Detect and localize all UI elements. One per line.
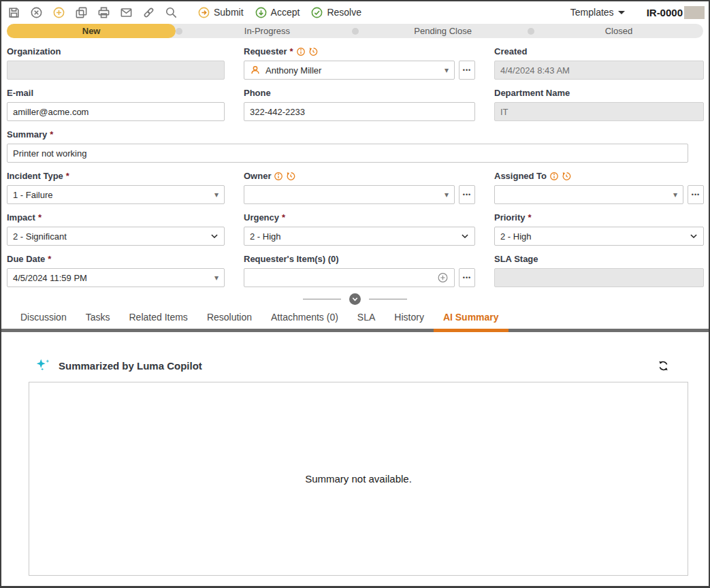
dropdown-arrow-icon[interactable] (673, 191, 677, 199)
tab-history[interactable]: History (385, 312, 434, 329)
record-id: IR-0000 (647, 7, 683, 18)
phone-label: Phone (244, 88, 475, 98)
incident-type-field[interactable]: 1 - Failure (7, 185, 225, 204)
accept-button[interactable]: Accept (255, 6, 300, 19)
resolve-button[interactable]: Resolve (310, 6, 361, 19)
priority-select[interactable]: 2 - High (494, 227, 704, 246)
search-button[interactable] (164, 5, 178, 19)
divider-line (303, 299, 341, 299)
info-icon[interactable] (296, 47, 306, 56)
cancel-icon (30, 6, 43, 19)
email-field[interactable]: amiller@acme.com (7, 102, 225, 121)
field-history-icon[interactable] (308, 47, 318, 56)
templates-dropdown[interactable]: Templates (566, 6, 629, 18)
refresh-icon (657, 359, 670, 372)
impact-value: 2 - Significant (13, 231, 67, 242)
accept-label: Accept (271, 7, 300, 18)
copy-icon (75, 6, 88, 19)
requester-value: Anthony Miller (265, 65, 321, 76)
dropdown-arrow-icon[interactable] (445, 66, 449, 74)
impact-select[interactable]: 2 - Significant (7, 227, 225, 246)
add-button[interactable] (52, 5, 65, 19)
dropdown-arrow-icon[interactable] (214, 274, 219, 282)
email-label: E-mail (7, 88, 225, 98)
ai-summary-header: Summarized by Luma Copilot (1, 358, 709, 373)
created-label: Created (494, 46, 704, 56)
record-id-redaction (684, 6, 705, 19)
save-button[interactable] (7, 5, 20, 19)
tab-attachments[interactable]: Attachments (0) (261, 312, 348, 329)
incident-type-value: 1 - Failure (13, 190, 53, 200)
department-field: IT (494, 102, 704, 121)
stage-separator-dot (352, 28, 359, 35)
tab-ai-summary[interactable]: AI Summary (434, 312, 509, 329)
status-stage-in-progress[interactable]: In-Progress (182, 24, 351, 38)
info-icon[interactable] (274, 172, 283, 181)
add-item-icon[interactable] (437, 272, 449, 284)
toolbar-right: Templates IR-0000 (566, 6, 705, 19)
templates-label: Templates (570, 7, 614, 18)
collapse-chevron-icon[interactable] (349, 293, 361, 305)
detail-tabs: Discussion Tasks Related Items Resolutio… (11, 312, 709, 329)
copy-button[interactable] (74, 5, 88, 19)
due-date-field[interactable]: 4/5/2024 11:59 PM (7, 268, 225, 287)
email-icon (120, 6, 133, 19)
priority-value: 2 - High (500, 231, 532, 242)
dropdown-arrow-icon[interactable] (214, 191, 219, 199)
cancel-button[interactable] (29, 5, 43, 19)
incident-form: Organization Requester* Anthony Miller (1, 46, 709, 287)
due-date-value: 4/5/2024 11:59 PM (13, 273, 87, 283)
status-stage-pending-close[interactable]: Pending Close (359, 24, 528, 38)
status-stage-closed[interactable]: Closed (534, 24, 703, 38)
tabs-underline-bar (1, 329, 709, 332)
divider-line (369, 299, 407, 299)
dropdown-arrow-icon[interactable] (445, 191, 449, 199)
assigned-to-field[interactable] (494, 185, 683, 204)
organization-label: Organization (7, 46, 225, 56)
priority-label: Priority* (494, 212, 704, 223)
requesters-items-field[interactable] (244, 268, 455, 287)
submit-label: Submit (214, 7, 244, 18)
form-collapse-control[interactable] (1, 293, 709, 305)
field-history-icon[interactable] (562, 172, 571, 181)
tab-discussion[interactable]: Discussion (11, 312, 76, 329)
requester-field[interactable]: Anthony Miller (244, 61, 455, 80)
sla-stage-label: SLA Stage (494, 254, 704, 264)
owner-field[interactable] (244, 185, 455, 204)
print-icon (97, 6, 110, 19)
urgency-select[interactable]: 2 - High (244, 227, 475, 246)
sla-stage-field (494, 268, 704, 287)
tab-resolution[interactable]: Resolution (197, 312, 261, 329)
stage-separator-dot (528, 28, 534, 35)
tab-related-items[interactable]: Related Items (120, 312, 197, 329)
owner-more-button[interactable] (459, 185, 475, 204)
person-icon (250, 65, 261, 76)
requesters-items-label: Requester's Item(s) (0) (244, 254, 475, 264)
info-icon[interactable] (549, 172, 559, 181)
refresh-summary-button[interactable] (657, 359, 670, 372)
field-history-icon[interactable] (286, 172, 295, 181)
tab-tasks[interactable]: Tasks (76, 312, 120, 329)
resolve-check-icon (310, 6, 323, 19)
select-chevron-icon (460, 231, 470, 241)
stage-separator-dot (176, 28, 182, 35)
link-button[interactable] (142, 5, 155, 19)
save-icon (7, 6, 20, 19)
assigned-to-label: Assigned To (494, 171, 704, 181)
impact-label: Impact* (7, 212, 225, 223)
email-button[interactable] (119, 5, 133, 19)
urgency-value: 2 - High (250, 231, 281, 242)
phone-field[interactable]: 322-442-2233 (244, 102, 475, 121)
resolve-label: Resolve (327, 7, 361, 18)
print-button[interactable] (97, 5, 110, 19)
requester-more-button[interactable] (459, 61, 475, 80)
ai-summary-panel: Summary not available. (29, 382, 688, 576)
assigned-to-more-button[interactable] (688, 185, 704, 204)
requesters-items-more-button[interactable] (459, 268, 475, 287)
status-progress-bar: New In-Progress Pending Close Closed (7, 24, 703, 38)
submit-button[interactable]: Submit (197, 6, 244, 19)
incident-window: Submit Accept Resolve Templates IR-0000 (0, 0, 710, 588)
status-stage-new[interactable]: New (7, 24, 176, 38)
summary-field[interactable]: Printer not working (7, 144, 688, 163)
tab-sla[interactable]: SLA (348, 312, 385, 329)
